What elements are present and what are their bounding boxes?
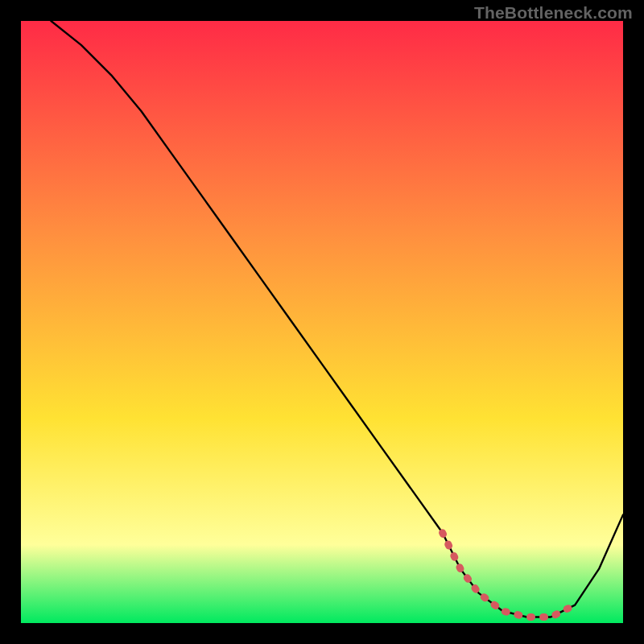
watermark-text: TheBottleneck.com	[474, 3, 633, 23]
bottleneck-chart	[21, 21, 623, 623]
chart-stage: TheBottleneck.com	[0, 0, 644, 644]
gradient-panel	[21, 21, 623, 623]
